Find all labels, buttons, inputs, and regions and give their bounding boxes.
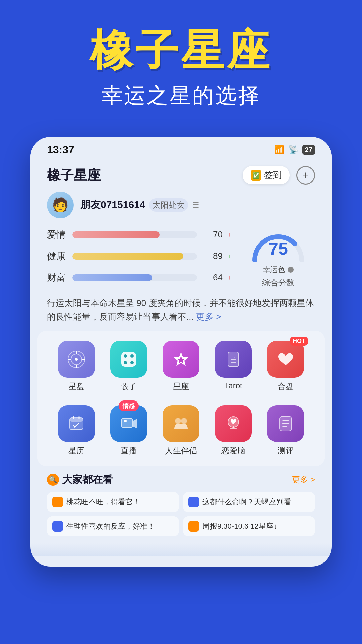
popular-item-icon-1 [188, 497, 199, 507]
ceping-label: 测评 [278, 445, 294, 456]
zhibo-label: 直播 [121, 445, 137, 456]
status-time: 13:37 [47, 144, 74, 156]
health-trend: ↑ [228, 253, 235, 260]
checkin-button[interactable]: ✅ 签到 [243, 166, 290, 184]
popular-item-3[interactable]: 周报9.30-10.6 12星座↓ [183, 516, 315, 536]
svg-rect-23 [233, 426, 234, 428]
grid-item-xingli[interactable]: 星历 [58, 405, 95, 456]
tarot-icon [215, 341, 252, 378]
hepan-icon: HOT [267, 341, 304, 378]
emotion-badge: 情感 [119, 400, 139, 411]
popular-item-icon-0 [52, 497, 63, 507]
description-text: 行运太阳与本命木星呈 90 度夹角的时候，并不能很好地发挥两颗星体的良性能量，反… [47, 298, 314, 322]
lianai-icon [215, 405, 252, 442]
grid-item-xingpan[interactable]: 星盘 [58, 341, 95, 392]
header-actions: ✅ 签到 + [243, 166, 315, 185]
grid-item-lianai[interactable]: 恋爱脑 [215, 405, 252, 456]
grid-section: 星盘 骰子 [37, 331, 325, 466]
grid-item-tarot[interactable]: Tarot [215, 341, 252, 392]
checkin-icon: ✅ [251, 170, 261, 181]
svg-rect-17 [121, 418, 133, 428]
phone-mockup: 13:37 📶 📡 27 橡子星座 ✅ 签到 + 🧑 朋友07151614 太阳… [30, 137, 332, 567]
gauge-circle: 75 [248, 228, 308, 262]
checkin-label: 签到 [264, 169, 282, 181]
app-header: 橡子星座 ✅ 签到 + [30, 159, 332, 188]
tarot-label: Tarot [224, 381, 242, 390]
status-bar: 13:37 📶 📡 27 [30, 137, 332, 159]
user-info: 朋友07151614 太阳处女 ☰ [80, 198, 199, 212]
add-button[interactable]: + [296, 166, 315, 185]
svg-rect-26 [282, 423, 289, 424]
popular-title-text: 大家都在看 [62, 473, 113, 487]
status-icons: 📶 📡 27 [274, 145, 315, 155]
bottom-fade [30, 543, 332, 556]
stats-section: 爱情 70 ↓ 健康 89 ↑ 财富 64 [30, 225, 332, 296]
user-settings-icon[interactable]: ☰ [192, 200, 199, 210]
ceping-icon [267, 405, 304, 442]
hepan-label: 合盘 [278, 381, 294, 392]
wealth-trend: ↓ [228, 274, 235, 281]
popular-content: 桃花旺不旺，得看它！ 这都什么命啊？天蝎座别看 生理性喜欢的反应，好准！ 周报9… [47, 492, 315, 536]
svg-rect-13 [231, 359, 236, 360]
rensheng-icon [163, 405, 199, 442]
love-label: 爱情 [47, 228, 67, 241]
wifi-icon: 📡 [288, 145, 298, 154]
xingli-icon [58, 405, 95, 442]
shaizi-label: 骰子 [121, 381, 137, 392]
grid-item-rensheng[interactable]: 人生伴侣 [163, 405, 199, 456]
health-value: 89 [202, 251, 223, 261]
grid-item-xingzuo[interactable]: 星座 [163, 341, 199, 392]
hot-badge: HOT [290, 337, 308, 346]
grid-item-shaizi[interactable]: 骰子 [110, 341, 147, 392]
popular-item-0[interactable]: 桃花旺不旺，得看它！ [47, 492, 179, 512]
popular-item-icon-3 [188, 521, 199, 532]
lucky-color-row: 幸运色 [263, 265, 294, 275]
popular-item-2[interactable]: 生理性喜欢的反应，好准！ [47, 516, 179, 536]
hero-section: 橡子星座 幸运之星的选择 [0, 0, 362, 123]
love-value: 70 [202, 229, 223, 240]
grid-item-ceping[interactable]: 测评 [267, 405, 304, 456]
popular-search-icon: 🔍 [47, 474, 59, 486]
wealth-value: 64 [202, 272, 223, 283]
love-bar [72, 231, 160, 238]
svg-rect-7 [121, 352, 136, 367]
popular-section: 🔍 大家都在看 更多 > 桃花旺不旺，得看它！ 这都什么命啊？天蝎座别看 生理性… [30, 466, 332, 543]
popular-item-text-3: 周报9.30-10.6 12星座↓ [202, 521, 277, 531]
grid-item-zhibo[interactable]: 情感 直播 [110, 405, 147, 456]
stat-love: 爱情 70 ↓ [47, 228, 235, 241]
shaizi-icon [110, 341, 147, 378]
xingli-label: 星历 [68, 445, 84, 456]
svg-rect-14 [231, 362, 236, 363]
zhibo-icon: 情感 [110, 405, 147, 442]
score-gauge: 75 幸运色 综合分数 [241, 228, 315, 288]
health-bar [72, 253, 183, 260]
rensheng-label: 人生伴侣 [165, 445, 197, 456]
lucky-color-label: 幸运色 [263, 265, 285, 275]
xingzuo-icon [163, 341, 199, 378]
score-number: 75 [268, 238, 288, 259]
grid-item-hepan[interactable]: HOT 合盘 [267, 341, 304, 392]
health-bar-container [72, 253, 197, 260]
xingpan-label: 星盘 [68, 381, 84, 392]
xingpan-icon [58, 341, 95, 378]
battery-badge: 27 [302, 145, 315, 155]
lianai-label: 恋爱脑 [221, 445, 245, 456]
popular-item-text-1: 这都什么命啊？天蝎座别看 [202, 497, 291, 507]
svg-point-11 [130, 361, 134, 364]
svg-rect-27 [282, 426, 287, 427]
signal-icon: 📶 [274, 145, 284, 154]
svg-rect-25 [282, 420, 289, 421]
love-trend: ↓ [228, 231, 235, 238]
app-title-hero: 橡子星座 [20, 27, 342, 74]
xingzuo-label: 星座 [173, 381, 189, 392]
color-dot [288, 267, 294, 273]
username: 朋友07151614 [80, 198, 145, 212]
love-bar-container [72, 231, 197, 238]
user-sign: 太阳处女 [149, 198, 188, 212]
popular-item-1[interactable]: 这都什么命啊？天蝎座别看 [183, 492, 315, 512]
svg-point-2 [75, 358, 78, 361]
more-link[interactable]: 更多 > [196, 312, 221, 322]
grid-row-2: 星历 情感 直播 [50, 398, 312, 463]
popular-more-btn[interactable]: 更多 > [292, 474, 315, 485]
stat-wealth: 财富 64 ↓ [47, 271, 235, 284]
